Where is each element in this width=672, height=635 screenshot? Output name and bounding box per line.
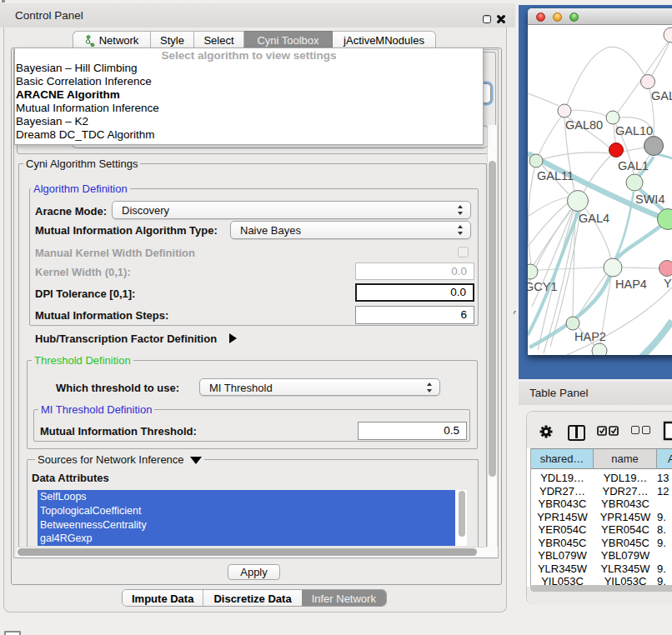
svg-text:HAP2: HAP2 [574, 330, 606, 343]
svg-text:GAL4: GAL4 [579, 212, 609, 225]
svg-text:GAL2: GAL2 [651, 89, 672, 102]
svg-text:GCY1: GCY1 [528, 280, 558, 293]
svg-text:GAL1: GAL1 [618, 159, 649, 172]
svg-text:SWI4: SWI4 [635, 192, 664, 206]
svg-text:GAL11: GAL11 [537, 169, 574, 182]
svg-text:YM: YM [664, 277, 672, 290]
svg-text:GAL80: GAL80 [565, 118, 603, 132]
svg-text:GAL10: GAL10 [615, 124, 653, 138]
svg-text:HAP4: HAP4 [615, 278, 647, 291]
